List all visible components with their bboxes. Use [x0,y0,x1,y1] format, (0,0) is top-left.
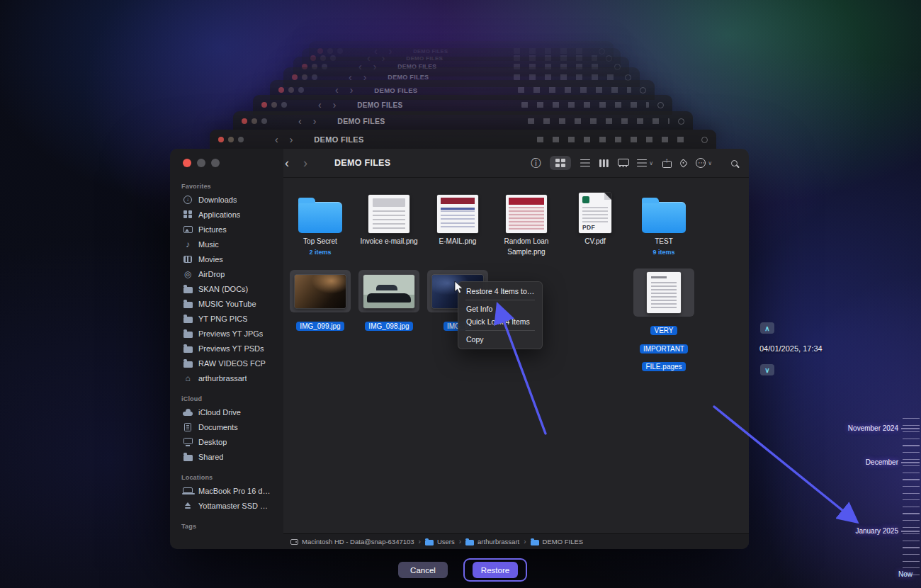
timeline-january-2025[interactable]: January 2025 [855,527,898,535]
title-bar: ‹ › DEMO FILES ⓘ ∨ ∨ [170,149,749,177]
sidebar-item-movies[interactable]: Movies [177,251,276,266]
file-img-099[interactable]: IMG_099.jpg [288,270,352,334]
menu-item-copy[interactable]: Copy [458,333,542,346]
sidebar-section-locations: Locations [181,474,272,481]
back-icon: ‹ [335,84,339,96]
sidebar-item-desktop[interactable]: Desktop [177,434,276,449]
sidebar-item-music[interactable]: ♪Music [177,237,276,251]
folder-icon [183,317,193,323]
pages-thumbnail [647,272,681,313]
timeline-december[interactable]: December [866,458,898,466]
sidebar-item-documents[interactable]: Documents [177,419,276,434]
sidebar-item-applications[interactable]: Applications [177,207,276,222]
search-icon [678,118,684,125]
sidebar-item-pictures[interactable]: Pictures [177,222,276,237]
zoom-button[interactable] [211,159,220,167]
stacked-window-1[interactable]: ‹› DEMO FILES [210,130,716,149]
document-icon [184,423,191,431]
file-test-folder[interactable]: TEST 9 items [632,188,696,256]
sidebar-item-downloads[interactable]: Downloads [177,192,276,207]
sidebar-item-skan-docs[interactable]: SKAN (DOCs) [177,281,276,296]
sidebar-item-yt-png-pics[interactable]: YT PNG PICS [177,311,276,326]
context-menu: Restore 4 Items to… Get Info Quick Look … [458,281,543,349]
sidebar-item-raw-videos-fcp[interactable]: RAW VIDEOS FCP [177,356,276,371]
desktop-icon [183,438,193,444]
grid-view-button[interactable] [550,156,571,170]
restore-button[interactable]: Restore [473,562,518,578]
file-very-important-pages[interactable]: VERY IMPORTANT FILE.pages [632,268,696,375]
file-img-098[interactable]: IMG_098.jpg [357,270,421,334]
shared-folder-icon [183,455,193,461]
forward-button[interactable]: › [303,157,307,169]
sidebar-section-tags: Tags [181,523,272,530]
window-title: DEMO FILES [334,158,390,168]
snapshot-older-button[interactable]: ∨ [760,364,774,375]
sidebar-item-previews-yt-jpgs[interactable]: Previews YT JPGs [177,326,276,341]
sidebar-item-music-youtube[interactable]: MUSIC YouTube [177,296,276,311]
image-thumbnail [506,195,547,233]
timeline-now[interactable]: Now [898,570,912,578]
sidebar-item-previews-yt-psds[interactable]: Previews YT PSDs [177,341,276,356]
file-e-mail[interactable]: E-MAIL.png [426,188,490,247]
sidebar-section-favorites: Favorites [181,183,272,190]
minimize-button[interactable] [197,159,205,167]
sidebar-item-shared[interactable]: Shared [177,449,276,464]
chevron-up-icon: ∧ [764,324,769,332]
menu-item-get-info[interactable]: Get Info [458,303,542,315]
back-icon: ‹ [275,134,278,145]
traffic-lights [261,102,287,108]
more-actions-button[interactable]: ∨ [696,158,712,168]
file-random-loan-sample[interactable]: Random Loan Sample.png [495,188,558,257]
file-invoice-email[interactable]: Invoice e-mail.png [357,188,421,247]
menu-item-restore[interactable]: Restore 4 Items to… [458,285,542,298]
path-segment-users[interactable]: Users [425,538,455,545]
folder-icon [465,540,474,545]
path-segment-user[interactable]: arthurbrassart [465,538,519,545]
cancel-button[interactable]: Cancel [398,562,448,578]
traffic-lights [242,118,267,124]
path-segment-volume[interactable]: Macintosh HD - Data@snap-6347103 [290,538,414,545]
path-separator: › [419,538,421,545]
search-icon [701,137,708,143]
list-view-icon[interactable] [580,159,590,167]
forward-icon: › [290,134,293,145]
group-by-button[interactable]: ∨ [637,159,653,167]
back-button[interactable]: ‹ [285,157,289,169]
traffic-lights [278,87,304,93]
share-icon[interactable] [662,159,671,168]
path-segment-demo-files[interactable]: DEMO FILES [531,538,584,545]
sidebar-item-airdrop[interactable]: ◎AirDrop [177,266,276,281]
snapshot-newer-button[interactable]: ∧ [760,322,774,334]
timeline-november-2024[interactable]: November 2024 [848,424,898,432]
info-icon[interactable]: ⓘ [531,158,541,168]
file-grid: Top Secret 2 items Invoice e-mail.png E-… [283,177,749,533]
chevron-down-icon: ∨ [649,160,653,166]
sidebar-item-arthurbrassart[interactable]: ⌂arthurbrassart [177,371,276,385]
window-title: DEMO FILES [314,135,363,144]
sidebar-item-macbook-pro[interactable]: MacBook Pro 16 de Ar… [177,483,276,498]
pdf-thumbnail: PDF [579,193,611,233]
menu-separator [465,300,535,300]
columns-view-icon[interactable] [599,159,609,167]
stacked-window-2[interactable]: ‹› DEMO FILES [233,111,693,131]
movies-icon [183,256,192,263]
search-icon[interactable] [731,160,738,166]
sidebar-item-icloud-drive[interactable]: iCloud Drive [177,405,276,419]
forward-icon: › [333,99,337,111]
folder-icon [183,302,193,308]
folder-icon [642,202,686,233]
toolbar: ⓘ ∨ ∨ [531,156,738,170]
close-button[interactable] [183,159,191,167]
timeline-ticks[interactable] [903,418,920,577]
file-cv-pdf[interactable]: PDF CV.pdf [563,188,627,247]
sidebar-item-yottamaster-ssd[interactable]: Yottamaster SSD 2TB [177,498,276,513]
tag-icon[interactable] [679,159,688,168]
gallery-view-icon[interactable] [618,159,628,167]
laptop-icon [183,487,193,493]
toolbar-icons-strip [537,137,693,142]
menu-item-quick-look[interactable]: Quick Look 4 Items [458,315,542,328]
image-thumbnail [437,195,478,233]
pdf-badge: PDF [582,224,595,231]
path-bar: Macintosh HD - Data@snap-6347103 › Users… [283,533,749,549]
file-top-secret[interactable]: Top Secret 2 items [288,188,352,256]
